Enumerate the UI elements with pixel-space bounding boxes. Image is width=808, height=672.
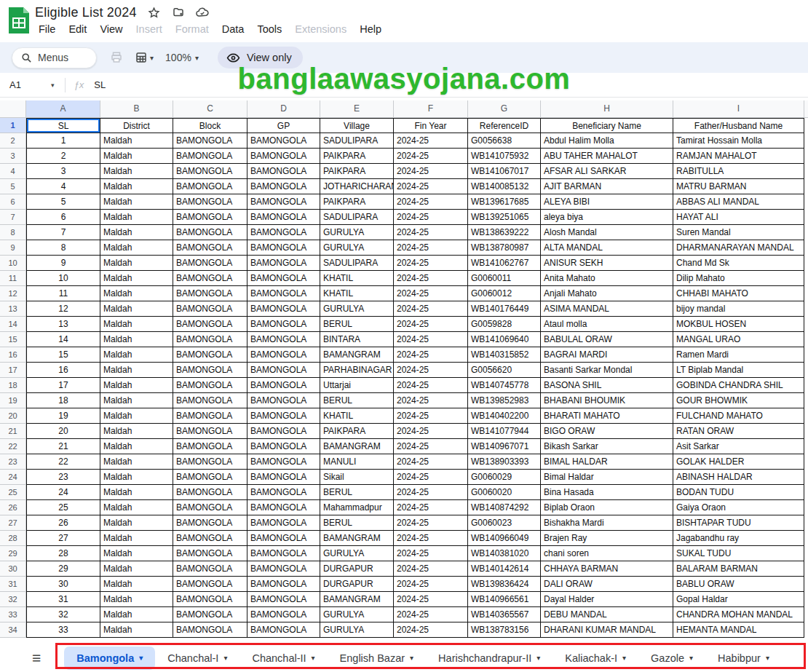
cell[interactable]: Maldah (100, 286, 173, 301)
cell[interactable]: PARHABINAGAR (320, 363, 394, 378)
cell[interactable]: BAMONGOLA (173, 179, 247, 194)
cell[interactable]: WB138639222 (468, 225, 541, 240)
row-header-16[interactable]: 16 (0, 347, 26, 363)
cell[interactable]: 6 (26, 210, 100, 225)
cell[interactable]: BAMONGOLA (173, 240, 247, 256)
row-header-30[interactable]: 30 (0, 561, 26, 577)
cell[interactable]: Bina Hasada (541, 485, 673, 500)
cell[interactable]: 20 (26, 424, 100, 439)
cell[interactable]: Anjali Mahato (541, 286, 673, 301)
cell[interactable]: Anita Mahato (541, 271, 673, 286)
cell[interactable]: Maldah (100, 424, 173, 439)
document-status-icon[interactable] (196, 6, 209, 19)
cell[interactable]: Asit Sarkar (673, 439, 804, 454)
cell[interactable]: HAYAT ALI (673, 210, 804, 225)
cell[interactable]: 2024-25 (394, 317, 468, 332)
cell[interactable]: GOUR BHOWMIK (673, 393, 804, 408)
cell[interactable]: WB139251065 (468, 210, 541, 225)
cell[interactable]: BIGO ORAW (541, 424, 673, 439)
cell[interactable]: Maldah (100, 347, 173, 363)
cell[interactable]: Maldah (100, 393, 173, 408)
cell[interactable]: BAMONGOLA (173, 408, 247, 424)
cell[interactable]: BAMONGOLA (247, 408, 320, 424)
row-header-4[interactable]: 4 (0, 164, 26, 179)
row-header-31[interactable]: 31 (0, 577, 26, 592)
cell[interactable]: 8 (26, 240, 100, 256)
cell[interactable]: BAMONGOLA (247, 210, 320, 225)
menus-search-button[interactable]: Menus (12, 47, 97, 68)
cell[interactable]: Mahammadpur (320, 500, 394, 515)
cell[interactable]: Maldah (100, 271, 173, 286)
row-header-29[interactable]: 29 (0, 546, 26, 561)
cell[interactable]: BAMONGOLA (247, 439, 320, 454)
sheet-tab-dropdown-arrow[interactable]: ▾ (139, 654, 143, 662)
cell[interactable]: 11 (26, 286, 100, 301)
cell[interactable]: ABU TAHER MAHALOT (541, 149, 673, 164)
cell[interactable]: BAMONGOLA (247, 577, 320, 592)
cell[interactable]: BASONA SHIL (541, 378, 673, 393)
cell[interactable]: 2024-25 (394, 577, 468, 592)
cell[interactable]: Maldah (100, 332, 173, 347)
cell[interactable]: 10 (26, 271, 100, 286)
cell[interactable]: BAMONGOLA (247, 531, 320, 546)
cell[interactable]: 2024-25 (394, 500, 468, 515)
cell[interactable]: KHATIL (320, 286, 394, 301)
cell[interactable]: BAMONGOLA (247, 194, 320, 210)
row-header-6[interactable]: 6 (0, 194, 26, 210)
row-header-19[interactable]: 19 (0, 393, 26, 408)
column-header-c[interactable]: C (173, 100, 247, 118)
cell[interactable]: 24 (26, 485, 100, 500)
cell[interactable]: 29 (26, 561, 100, 577)
cell[interactable]: BAMANGRAM (320, 531, 394, 546)
cell[interactable]: BAMONGOLA (173, 393, 247, 408)
cell[interactable]: G0060023 (468, 515, 541, 531)
cell[interactable]: Maldah (100, 210, 173, 225)
cell[interactable]: BAMANGRAM (320, 592, 394, 607)
document-title[interactable]: Eligible List 2024 (35, 5, 137, 20)
cell[interactable]: BAMONGOLA (247, 592, 320, 607)
cell[interactable]: BERUL (320, 393, 394, 408)
cell[interactable]: BAMONGOLA (173, 363, 247, 378)
row-header-15[interactable]: 15 (0, 332, 26, 347)
cell[interactable]: DURGAPUR (320, 561, 394, 577)
cell[interactable]: AFSAR ALI SARKAR (541, 164, 673, 179)
sheet-tab-dropdown-arrow[interactable]: ▾ (766, 654, 769, 662)
name-box-dropdown-arrow[interactable]: ▾ (51, 82, 55, 89)
cell[interactable]: 2024-25 (394, 408, 468, 424)
header-cell[interactable]: Father/Husband Name (673, 118, 804, 133)
cell[interactable]: BHARATI MAHATO (541, 408, 673, 424)
cell[interactable]: BAMONGOLA (173, 470, 247, 485)
cell[interactable]: 2024-25 (394, 194, 468, 210)
cell[interactable]: WB140315852 (468, 347, 541, 363)
cell[interactable]: BAMONGOLA (247, 240, 320, 256)
cell[interactable]: WB138903393 (468, 454, 541, 470)
header-cell[interactable]: SL (26, 118, 100, 133)
cell[interactable]: BINTARA (320, 332, 394, 347)
cell[interactable]: G0059828 (468, 317, 541, 332)
cell[interactable]: BAMONGOLA (247, 561, 320, 577)
cell[interactable]: BAMONGOLA (173, 531, 247, 546)
cell[interactable]: BAMONGOLA (247, 271, 320, 286)
menu-item-file[interactable]: File (32, 21, 62, 37)
cell[interactable]: 23 (26, 470, 100, 485)
cell[interactable]: G0060011 (468, 271, 541, 286)
cell[interactable]: WB138780987 (468, 240, 541, 256)
cell[interactable]: HEMANTA MANDAL (673, 622, 804, 638)
cell[interactable]: DHARMANARAYAN MANDAL (673, 240, 804, 256)
column-header-h[interactable]: H (541, 100, 673, 118)
cell[interactable]: 1 (26, 133, 100, 149)
cell[interactable]: 16 (26, 363, 100, 378)
cell[interactable]: BAMONGOLA (173, 515, 247, 531)
cell[interactable]: BAMONGOLA (173, 317, 247, 332)
cell[interactable]: BAMONGOLA (247, 256, 320, 271)
header-cell[interactable]: GP (247, 118, 320, 133)
cell[interactable]: PAIKPARA (320, 164, 394, 179)
cell[interactable]: Maldah (100, 317, 173, 332)
cell[interactable]: G0060012 (468, 286, 541, 301)
cell[interactable]: 27 (26, 531, 100, 546)
cell[interactable]: 2024-25 (394, 622, 468, 638)
cell[interactable]: WB140365567 (468, 607, 541, 622)
row-header-32[interactable]: 32 (0, 592, 26, 607)
cell[interactable]: Ataul molla (541, 317, 673, 332)
cell[interactable]: aleya biya (541, 210, 673, 225)
